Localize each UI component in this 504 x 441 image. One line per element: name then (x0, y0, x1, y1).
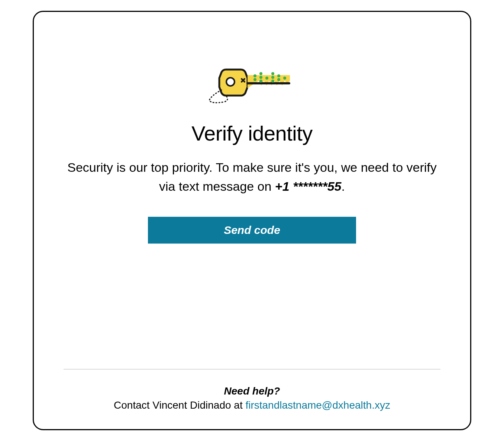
description-prefix: Security is our top priority. To make su… (67, 160, 437, 193)
key-icon (204, 60, 300, 106)
description-suffix: . (342, 179, 345, 193)
verify-identity-card: Verify identity Security is our top prio… (33, 11, 471, 430)
svg-point-7 (265, 77, 268, 80)
contact-email-link[interactable]: firstandlastname@dxhealth.xyz (245, 399, 390, 411)
svg-point-0 (226, 78, 235, 86)
svg-point-4 (259, 72, 262, 75)
page-title: Verify identity (191, 121, 313, 145)
svg-point-8 (271, 72, 274, 75)
need-help-label: Need help? (64, 385, 440, 397)
svg-point-11 (277, 74, 280, 77)
help-footer: Need help? Contact Vincent Didinado at f… (64, 369, 440, 411)
svg-point-12 (277, 78, 280, 81)
verification-description: Security is our top priority. To make su… (64, 158, 440, 196)
svg-point-5 (259, 76, 262, 79)
footer-divider (64, 369, 440, 370)
svg-point-10 (271, 80, 274, 83)
svg-point-3 (253, 78, 256, 81)
masked-phone-number: +1 *******55 (275, 179, 342, 193)
svg-point-2 (253, 74, 256, 77)
send-code-button[interactable]: Send code (148, 217, 356, 244)
svg-point-13 (283, 77, 286, 80)
svg-point-6 (259, 80, 262, 83)
contact-line: Contact Vincent Didinado at firstandlast… (64, 399, 440, 411)
svg-point-9 (271, 76, 274, 79)
contact-prefix: Contact Vincent Didinado at (114, 399, 245, 411)
